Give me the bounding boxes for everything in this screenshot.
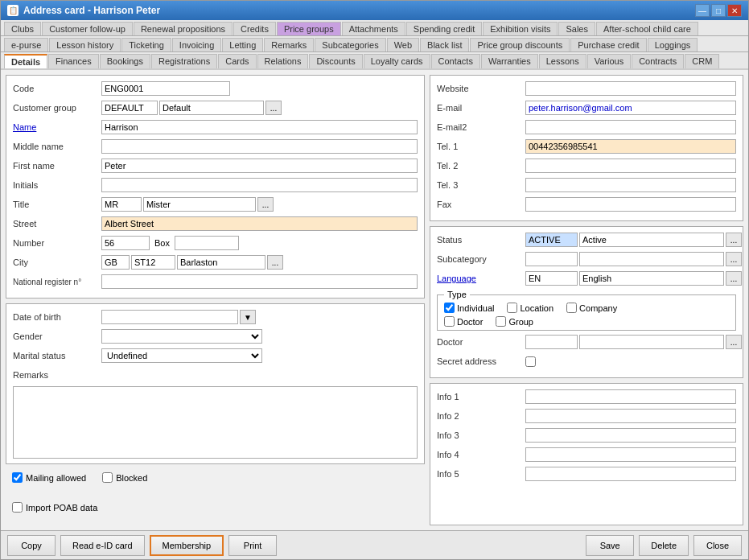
- delete-button[interactable]: Delete: [639, 535, 689, 556]
- dob-calendar-button[interactable]: ▼: [240, 310, 256, 324]
- minimize-button[interactable]: —: [695, 4, 710, 17]
- language-code-input[interactable]: EN: [525, 271, 578, 286]
- import-poab-checkbox[interactable]: [12, 502, 23, 513]
- national-reg-input[interactable]: [101, 274, 418, 289]
- box-input[interactable]: [175, 236, 239, 250]
- tab-spending-credit[interactable]: Spending credit: [406, 22, 482, 35]
- tab-price-group-discounts[interactable]: Price group discounts: [470, 38, 570, 51]
- fax-input[interactable]: [525, 197, 736, 212]
- tab-registrations[interactable]: Registrations: [151, 54, 217, 68]
- title-picker-button[interactable]: ...: [257, 197, 274, 212]
- tab-exhibition-visits[interactable]: Exhibition visits: [483, 22, 558, 35]
- customer-group-name-input[interactable]: Default: [159, 101, 264, 115]
- tab-contracts[interactable]: Contracts: [632, 54, 684, 68]
- tab-attachments[interactable]: Attachments: [342, 22, 405, 35]
- mailing-checkbox[interactable]: [12, 472, 23, 483]
- tab-details[interactable]: Details: [4, 54, 47, 68]
- tab-loyalty-cards[interactable]: Loyalty cards: [364, 54, 430, 68]
- name-input[interactable]: Harrison: [101, 120, 418, 134]
- city-name-input[interactable]: Barlaston: [177, 255, 265, 270]
- blocked-checkbox[interactable]: [102, 472, 113, 483]
- info1-input[interactable]: [525, 389, 736, 404]
- print-button[interactable]: Print: [228, 535, 277, 556]
- status-text-input[interactable]: Active: [579, 233, 724, 247]
- tab-bookings[interactable]: Bookings: [100, 54, 150, 68]
- tel3-input[interactable]: [525, 178, 736, 192]
- tel1-input[interactable]: 00442356985541: [525, 139, 736, 154]
- tab-renewal-propositions[interactable]: Renewal propositions: [134, 22, 233, 35]
- subcategory-text-input[interactable]: [579, 252, 724, 266]
- copy-button[interactable]: Copy: [7, 535, 56, 556]
- tel2-input[interactable]: [525, 159, 736, 173]
- tab-loggings[interactable]: Loggings: [648, 38, 698, 51]
- middle-name-input[interactable]: [101, 139, 418, 154]
- tab-various[interactable]: Various: [587, 54, 631, 68]
- gender-select[interactable]: Male Female: [101, 329, 262, 344]
- tab-letting[interactable]: Letting: [222, 38, 263, 51]
- group-checkbox[interactable]: [496, 316, 506, 327]
- tab-epurse[interactable]: e-purse: [4, 38, 48, 51]
- location-checkbox[interactable]: [507, 303, 517, 313]
- tab-discounts[interactable]: Discounts: [309, 54, 362, 68]
- tab-price-groups[interactable]: Price groups: [277, 22, 341, 35]
- dob-input[interactable]: [101, 310, 238, 324]
- subcategory-code-input[interactable]: [525, 252, 578, 266]
- doctor-type-checkbox[interactable]: [444, 316, 455, 327]
- tab-cards[interactable]: Cards: [218, 54, 256, 68]
- info5-input[interactable]: [525, 467, 736, 481]
- tab-invoicing[interactable]: Invoicing: [172, 38, 221, 51]
- city-picker-button[interactable]: ...: [267, 255, 283, 270]
- customer-group-picker-button[interactable]: ...: [265, 101, 282, 115]
- tab-warranties[interactable]: Warranties: [481, 54, 538, 68]
- subcategory-picker-button[interactable]: ...: [726, 252, 742, 266]
- tab-black-list[interactable]: Black list: [420, 38, 469, 51]
- info4-input[interactable]: [525, 447, 736, 462]
- status-picker-button[interactable]: ...: [726, 233, 742, 247]
- city-postcode-input[interactable]: ST12: [131, 255, 175, 270]
- read-eid-button[interactable]: Read e-ID card: [60, 535, 145, 556]
- tab-lesson-history[interactable]: Lesson history: [49, 38, 121, 51]
- maximize-button[interactable]: □: [711, 4, 726, 17]
- tab-after-school[interactable]: After-school child care: [596, 22, 698, 35]
- tab-subcategories[interactable]: Subcategories: [315, 38, 385, 51]
- membership-button[interactable]: Membership: [150, 535, 224, 556]
- tab-sales[interactable]: Sales: [558, 22, 595, 35]
- number-input[interactable]: 56: [101, 236, 150, 250]
- close-window-button[interactable]: ✕: [727, 4, 742, 17]
- customer-group-code-input[interactable]: DEFAULT: [101, 101, 158, 115]
- first-name-input[interactable]: Peter: [101, 159, 418, 173]
- close-button[interactable]: Close: [693, 535, 742, 556]
- website-input[interactable]: [525, 81, 736, 96]
- save-button[interactable]: Save: [586, 535, 634, 556]
- tab-contacts[interactable]: Contacts: [431, 54, 480, 68]
- title-code-input[interactable]: MR: [101, 197, 142, 212]
- city-country-input[interactable]: GB: [101, 255, 130, 270]
- code-input[interactable]: ENG0001: [101, 81, 230, 96]
- street-input[interactable]: Albert Street: [101, 216, 418, 231]
- doctor-name-input[interactable]: [579, 335, 724, 349]
- tab-remarks[interactable]: Remarks: [264, 38, 314, 51]
- language-text-input[interactable]: English: [579, 271, 724, 286]
- doctor-code-input[interactable]: [525, 335, 578, 349]
- tab-credits[interactable]: Credits: [233, 22, 276, 35]
- email2-input[interactable]: [525, 120, 736, 134]
- tab-lessons[interactable]: Lessons: [539, 54, 586, 68]
- doctor-picker-button[interactable]: ...: [726, 335, 742, 349]
- info3-input[interactable]: [525, 428, 736, 443]
- title-name-input[interactable]: Mister: [143, 197, 256, 212]
- language-picker-button[interactable]: ...: [726, 271, 742, 286]
- company-checkbox[interactable]: [566, 303, 577, 313]
- info2-input[interactable]: [525, 409, 736, 423]
- tab-relations[interactable]: Relations: [257, 54, 309, 68]
- name-label[interactable]: Name: [13, 122, 101, 132]
- email-input[interactable]: peter.harrison@gmail.com: [525, 101, 736, 115]
- language-label[interactable]: Language: [437, 274, 525, 283]
- tab-finances[interactable]: Finances: [48, 54, 99, 68]
- remarks-textarea[interactable]: [13, 386, 418, 459]
- tab-crm[interactable]: CRM: [685, 54, 719, 68]
- tab-clubs[interactable]: Clubs: [4, 22, 41, 35]
- tab-customer-follow-up[interactable]: Customer follow-up: [42, 22, 133, 35]
- tab-purchase-credit[interactable]: Purchase credit: [570, 38, 646, 51]
- tab-ticketing[interactable]: Ticketing: [121, 38, 171, 51]
- status-code-input[interactable]: ACTIVE: [525, 233, 578, 247]
